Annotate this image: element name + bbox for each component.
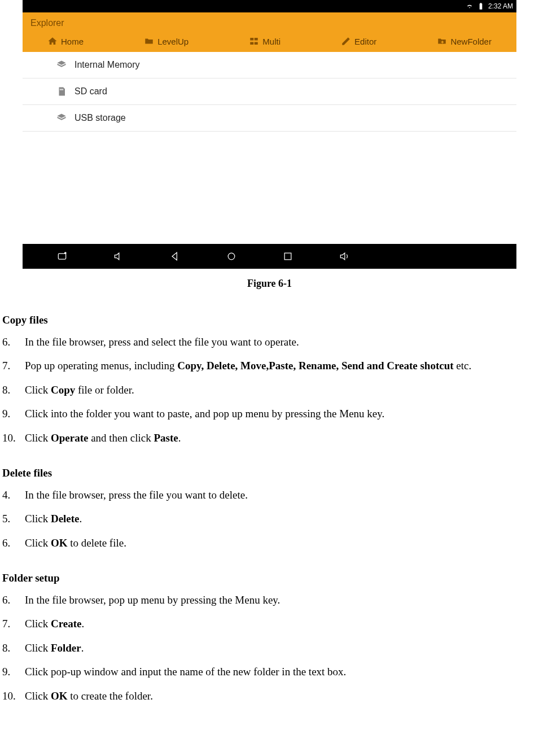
step-number: 5.	[2, 511, 25, 527]
step-text: Click Folder.	[25, 640, 537, 657]
volume-up-icon[interactable]	[339, 251, 350, 262]
step-text: Click Create.	[25, 616, 537, 632]
step-number: 8.	[2, 382, 25, 399]
folder-up-icon	[144, 36, 154, 46]
step-number: 7.	[2, 358, 25, 374]
step-text: Click OK to create the folder.	[25, 688, 537, 705]
svg-rect-0	[58, 254, 65, 259]
storage-label: SD card	[75, 86, 107, 97]
step-number: 7.	[2, 616, 25, 632]
document-body: Copy files 6.In the file browser, press …	[0, 312, 539, 704]
storage-usb[interactable]: USB storage	[23, 105, 516, 132]
svg-point-1	[65, 252, 67, 254]
android-statusbar: 2:32 AM	[23, 0, 516, 12]
toolbar-label: Multi	[262, 37, 281, 46]
step-text: In the file browser, pop up menu by pres…	[25, 592, 537, 609]
explorer-screenshot: 2:32 AM Explorer Home LevelUp Multi Edit…	[23, 0, 516, 269]
android-navbar	[23, 244, 516, 269]
step-number: 9.	[2, 664, 25, 680]
storage-label: USB storage	[75, 113, 126, 123]
storage-internal[interactable]: Internal Memory	[23, 52, 516, 78]
toolbar-label: Editor	[354, 37, 376, 46]
step-item: 10.Click OK to create the folder.	[2, 688, 537, 705]
section-folder-steps: 6.In the file browser, pop up menu by pr…	[2, 592, 537, 705]
section-delete-steps: 4.In the file browser, press the file yo…	[2, 487, 537, 552]
step-number: 10.	[2, 430, 25, 447]
edit-icon	[341, 36, 351, 46]
wifi-icon	[466, 2, 474, 10]
step-text: Click Copy file or folder.	[25, 382, 537, 399]
section-delete-title: Delete files	[2, 465, 537, 482]
step-number: 4.	[2, 487, 25, 504]
step-item: 7.Click Create.	[2, 616, 537, 632]
home-icon	[47, 36, 58, 46]
storage-sdcard[interactable]: SD card	[23, 78, 516, 105]
layers-icon	[56, 60, 67, 70]
step-item: 7.Pop up operating menus, including Copy…	[2, 358, 537, 374]
statusbar-time: 2:32 AM	[488, 2, 513, 10]
step-number: 10.	[2, 688, 25, 705]
step-text: In the file browser, press the file you …	[25, 487, 537, 504]
step-item: 5.Click Delete.	[2, 511, 537, 527]
svg-point-2	[228, 253, 235, 260]
step-item: 6.Click OK to delete file.	[2, 535, 537, 552]
step-number: 8.	[2, 640, 25, 657]
app-title: Explorer	[30, 18, 509, 32]
step-item: 8.Click Copy file or folder.	[2, 382, 537, 399]
home-nav-icon[interactable]	[226, 251, 237, 262]
step-number: 6.	[2, 592, 25, 609]
newfolder-icon	[437, 36, 447, 46]
back-icon[interactable]	[169, 251, 181, 262]
step-number: 6.	[2, 334, 25, 351]
volume-down-icon[interactable]	[113, 251, 124, 262]
section-copy-steps: 6.In the file browser, press and select …	[2, 334, 537, 447]
step-text: Click Operate and then click Paste.	[25, 430, 537, 447]
explorer-appbar: Explorer Home LevelUp Multi Editor NewFo…	[23, 12, 516, 52]
storage-label: Internal Memory	[75, 60, 140, 70]
figure-caption: Figure 6-1	[0, 278, 539, 290]
toolbar-newfolder[interactable]: NewFolder	[437, 36, 492, 46]
step-text: Click into the folder you want to paste,…	[25, 406, 537, 422]
step-number: 6.	[2, 535, 25, 552]
step-item: 10.Click Operate and then click Paste.	[2, 430, 537, 447]
step-text: Click Delete.	[25, 511, 537, 527]
step-item: 6.In the file browser, press and select …	[2, 334, 537, 351]
toolbar-label: LevelUp	[157, 37, 189, 46]
toolbar-home[interactable]: Home	[47, 36, 84, 46]
toolbar-label: Home	[61, 37, 84, 46]
toolbar-label: NewFolder	[450, 37, 492, 46]
toolbar-editor[interactable]: Editor	[341, 36, 376, 46]
step-item: 4.In the file browser, press the file yo…	[2, 487, 537, 504]
screenshot-icon[interactable]	[56, 251, 68, 262]
step-item: 8.Click Folder.	[2, 640, 537, 657]
battery-icon	[477, 2, 485, 10]
step-text: Click pop-up window and input the name o…	[25, 664, 537, 680]
step-number: 9.	[2, 406, 25, 422]
storage-list: Internal Memory SD card USB storage	[23, 52, 516, 244]
step-item: 6.In the file browser, pop up menu by pr…	[2, 592, 537, 609]
step-item: 9.Click pop-up window and input the name…	[2, 664, 537, 680]
layers-icon	[56, 113, 67, 123]
step-text: In the file browser, press and select th…	[25, 334, 537, 351]
multi-icon	[249, 36, 259, 46]
toolbar-levelup[interactable]: LevelUp	[144, 36, 189, 46]
toolbar-multi[interactable]: Multi	[249, 36, 281, 46]
svg-rect-3	[284, 253, 291, 260]
recent-icon[interactable]	[282, 251, 293, 262]
step-item: 9.Click into the folder you want to past…	[2, 406, 537, 422]
step-text: Pop up operating menus, including Copy, …	[25, 358, 537, 374]
section-copy-title: Copy files	[2, 312, 537, 329]
step-text: Click OK to delete file.	[25, 535, 537, 552]
explorer-toolbar: Home LevelUp Multi Editor NewFolder	[30, 32, 509, 52]
section-folder-title: Folder setup	[2, 570, 537, 587]
sdcard-icon	[56, 86, 67, 97]
